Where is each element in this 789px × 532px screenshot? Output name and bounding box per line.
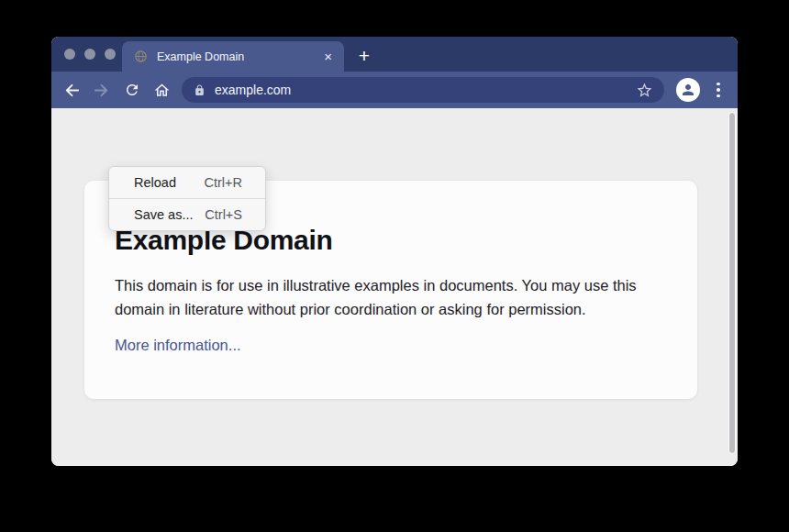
menu-item-shortcut: Ctrl+S	[205, 207, 242, 222]
globe-favicon-icon	[134, 50, 148, 63]
plus-icon: +	[359, 45, 370, 67]
back-arrow-icon	[63, 82, 81, 99]
context-menu-item-save-as[interactable]: Save as... Ctrl+S	[109, 199, 265, 230]
tab-title: Example Domain	[157, 50, 317, 63]
browser-window: Example Domain × +	[51, 37, 738, 466]
title-bar: Example Domain × +	[51, 37, 738, 72]
url-text: example.com	[215, 83, 636, 97]
traffic-lights	[64, 49, 116, 60]
tab-close-icon[interactable]: ×	[324, 50, 332, 63]
reload-button[interactable]	[121, 79, 143, 101]
profile-avatar-button[interactable]	[676, 78, 700, 102]
context-menu: Reload Ctrl+R Save as... Ctrl+S	[108, 166, 266, 231]
browser-tab[interactable]: Example Domain ×	[122, 41, 344, 72]
lock-icon[interactable]	[194, 83, 206, 97]
forward-button[interactable]	[90, 79, 112, 101]
vertical-scrollbar[interactable]	[728, 112, 736, 454]
menu-item-shortcut: Ctrl+R	[205, 175, 243, 190]
context-menu-item-reload[interactable]: Reload Ctrl+R	[109, 167, 265, 198]
kebab-dot-icon	[717, 83, 720, 86]
kebab-dot-icon	[717, 88, 720, 92]
reload-icon	[124, 82, 140, 98]
home-icon	[153, 82, 171, 99]
close-window-button[interactable]	[64, 49, 75, 60]
more-information-link[interactable]: More information...	[115, 337, 241, 354]
home-button[interactable]	[150, 79, 172, 101]
address-bar[interactable]: example.com	[182, 77, 664, 103]
new-tab-button[interactable]: +	[352, 44, 376, 68]
maximize-window-button[interactable]	[105, 49, 116, 60]
person-icon	[680, 82, 696, 98]
navigation-toolbar: example.com	[51, 72, 738, 108]
page-paragraph: This domain is for use in illustrative e…	[115, 274, 658, 321]
kebab-dot-icon	[717, 94, 720, 98]
back-button[interactable]	[61, 79, 83, 101]
menu-item-label: Reload	[134, 175, 176, 190]
forward-arrow-icon	[93, 82, 110, 99]
page-viewport: Example Domain This domain is for use in…	[51, 108, 738, 466]
bookmark-star-icon[interactable]	[636, 82, 653, 99]
menu-item-label: Save as...	[134, 207, 193, 222]
screenshot-root: { "colors": { "frame": "#2b3a66", "chrom…	[0, 0, 789, 532]
browser-menu-button[interactable]	[708, 79, 728, 101]
minimize-window-button[interactable]	[84, 49, 95, 60]
